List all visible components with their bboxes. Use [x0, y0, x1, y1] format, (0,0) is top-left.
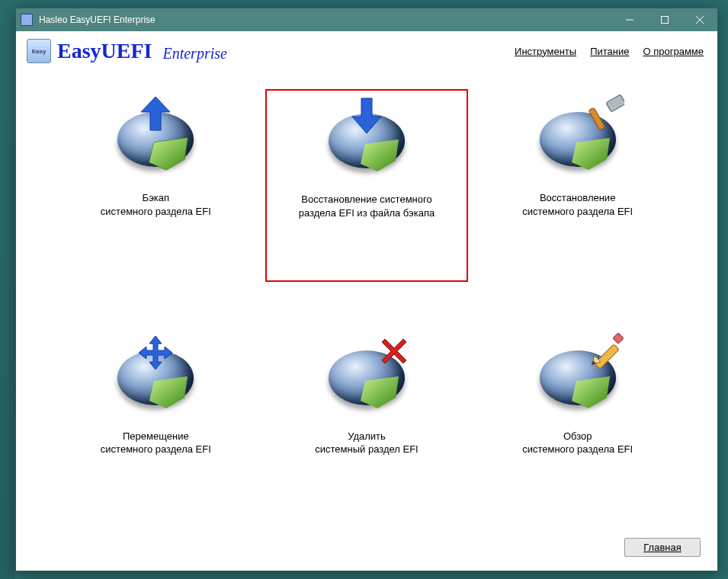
tile-label: Восстановление системного раздела EFI из…: [299, 193, 435, 219]
app-window: Hasleo EasyUEFI Enterprise Easy EasyUEFI…: [15, 8, 718, 571]
menu-tools[interactable]: Инструменты: [515, 46, 576, 57]
backup-icon: [114, 98, 197, 182]
minimize-button[interactable]: [612, 8, 647, 31]
content-grid: Бэкап системного раздела EFI Восстановле…: [16, 66, 717, 527]
arrow-down-icon: [348, 97, 386, 135]
arrow-up-icon: [136, 95, 175, 133]
tile-label: Восстановление системного раздела EFI: [522, 191, 633, 218]
tile-delete-efi[interactable]: Удалить системный раздел EFI: [265, 328, 469, 520]
menu-about[interactable]: О программе: [643, 46, 704, 57]
delete-icon: [325, 337, 409, 421]
window-title: Hasleo EasyUEFI Enterprise: [39, 14, 156, 25]
move-arrows-icon: [136, 334, 175, 372]
move-icon: [114, 337, 197, 421]
logo-block: Easy EasyUEFI Enterprise: [27, 39, 227, 63]
app-icon: [21, 14, 33, 26]
svg-rect-4: [613, 333, 624, 344]
main-button[interactable]: Главная: [624, 538, 701, 557]
tile-backup-efi[interactable]: Бэкап системного раздела EFI: [54, 89, 258, 282]
tile-label: Удалить системный раздел EFI: [315, 430, 418, 456]
header: Easy EasyUEFI Enterprise Инструменты Пит…: [16, 31, 717, 66]
tile-rebuild-efi[interactable]: Восстановление системного раздела EFI: [476, 89, 679, 282]
brand-subtitle: Enterprise: [162, 45, 226, 62]
tile-label: Бэкап системного раздела EFI: [101, 191, 211, 218]
footer: Главная: [16, 527, 717, 571]
tile-move-efi[interactable]: Перемещение системного раздела EFI: [54, 328, 258, 520]
rebuild-icon: [536, 98, 620, 182]
explore-icon: [536, 337, 620, 421]
tile-label: Обзор системного раздела EFI: [522, 430, 633, 456]
tile-label: Перемещение системного раздела EFI: [101, 430, 211, 456]
close-button[interactable]: [682, 8, 717, 31]
titlebar: Hasleo EasyUEFI Enterprise: [16, 8, 717, 31]
svg-rect-0: [662, 17, 669, 24]
window-controls: [612, 8, 717, 31]
svg-rect-2: [588, 107, 605, 130]
desktop-background: [0, 0, 15, 579]
svg-rect-3: [594, 344, 619, 369]
brand-name: EasyUEFI: [57, 39, 152, 63]
restore-icon: [325, 100, 409, 184]
hammer-icon: [586, 94, 624, 132]
logo-icon: Easy: [27, 39, 51, 63]
svg-rect-1: [605, 94, 624, 112]
x-icon: [375, 332, 413, 370]
menu-power[interactable]: Питание: [590, 46, 629, 57]
pencil-icon: [586, 332, 624, 370]
maximize-button[interactable]: [647, 8, 682, 31]
tile-explore-efi[interactable]: Обзор системного раздела EFI: [476, 328, 679, 520]
main-menu: Инструменты Питание О программе: [515, 46, 704, 57]
tile-restore-from-backup[interactable]: Восстановление системного раздела EFI из…: [265, 89, 469, 282]
